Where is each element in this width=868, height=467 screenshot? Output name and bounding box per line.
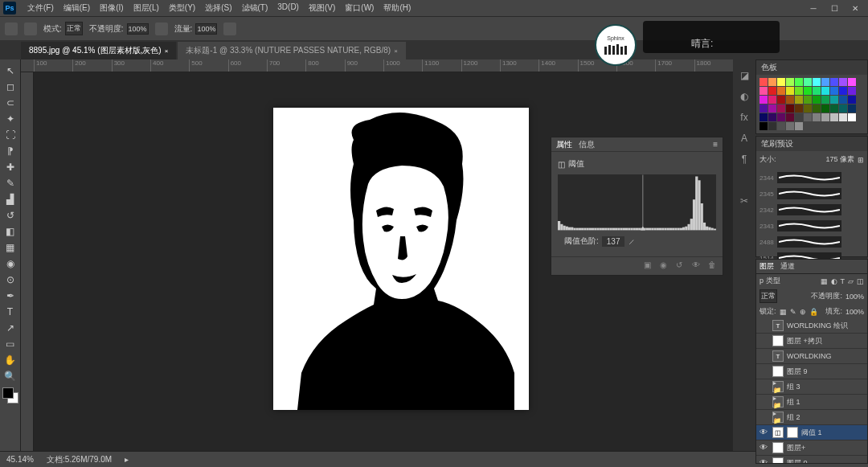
swatch[interactable] xyxy=(786,104,794,113)
threshold-slider-icon[interactable]: ⟋ xyxy=(628,237,636,246)
swatch[interactable] xyxy=(795,122,803,130)
view-icon[interactable]: 👁 xyxy=(692,260,703,272)
layers-tab[interactable]: 图层 xyxy=(760,261,774,272)
fill-value[interactable]: 100% xyxy=(845,308,864,316)
swatch[interactable] xyxy=(795,78,803,86)
airbrush-icon[interactable] xyxy=(223,23,236,35)
swatch[interactable] xyxy=(795,113,803,121)
menu-item[interactable]: 3D(D) xyxy=(272,1,304,15)
swatch[interactable] xyxy=(777,122,785,130)
marquee-tool[interactable]: ◻ xyxy=(2,79,19,95)
path-tool[interactable]: ↗ xyxy=(2,320,19,336)
type-tool[interactable]: T xyxy=(2,304,19,320)
swatch[interactable] xyxy=(786,122,794,130)
swatch[interactable] xyxy=(760,96,768,104)
delete-icon[interactable]: 🗑 xyxy=(708,260,719,272)
swatch[interactable] xyxy=(786,78,794,86)
brush-preset[interactable]: 2345 xyxy=(758,186,866,202)
mode-select[interactable]: 正常 xyxy=(65,22,83,35)
menu-item[interactable]: 窗口(W) xyxy=(340,1,379,15)
visibility-icon[interactable] xyxy=(760,336,769,346)
swatch[interactable] xyxy=(848,96,856,104)
swatch[interactable] xyxy=(839,87,847,95)
layer-row[interactable]: TWORLDKING 绘识 xyxy=(756,318,867,334)
crop-tool[interactable]: ⛶ xyxy=(2,127,19,143)
swatch[interactable] xyxy=(768,104,776,113)
close-tab-icon[interactable]: × xyxy=(165,47,169,55)
swatch[interactable] xyxy=(804,113,812,121)
history-brush-tool[interactable]: ↺ xyxy=(2,207,19,223)
close-tab-icon[interactable]: × xyxy=(394,47,398,55)
swatch[interactable] xyxy=(830,78,838,86)
swatch[interactable] xyxy=(786,96,794,104)
brush-picker-icon[interactable] xyxy=(24,23,37,35)
visibility-icon[interactable] xyxy=(760,397,769,407)
swatch[interactable] xyxy=(848,113,856,121)
panel-menu-icon[interactable]: ≡ xyxy=(713,140,718,149)
filter-pixel-icon[interactable]: ▦ xyxy=(821,277,828,285)
character-icon[interactable]: A xyxy=(736,130,752,146)
layer-row[interactable]: ▸📁组 2 xyxy=(756,410,867,425)
swatch[interactable] xyxy=(821,104,829,113)
menu-item[interactable]: 视图(V) xyxy=(304,1,340,15)
layer-row[interactable]: 👁◫阈值 1 xyxy=(756,425,867,440)
swatch[interactable] xyxy=(777,113,785,121)
tools-icon[interactable]: ✂ xyxy=(736,193,752,209)
swatch[interactable] xyxy=(760,122,768,130)
layer-row[interactable]: 图层 9 xyxy=(756,364,867,379)
visibility-icon[interactable] xyxy=(760,382,769,391)
layer-row[interactable]: 👁图层+ xyxy=(756,440,867,456)
opacity-input[interactable]: 100% xyxy=(127,23,149,35)
swatch[interactable] xyxy=(777,104,785,113)
foreground-color[interactable] xyxy=(2,387,14,399)
histogram-chart[interactable] xyxy=(558,174,716,231)
styles-icon[interactable]: fx xyxy=(736,109,752,125)
visibility-icon[interactable] xyxy=(760,351,769,361)
visibility-icon[interactable] xyxy=(760,367,769,376)
brush-size-value[interactable]: 175 像素 xyxy=(825,154,854,165)
flow-input[interactable]: 100% xyxy=(195,23,217,35)
swatch[interactable] xyxy=(821,78,829,86)
swatch[interactable] xyxy=(777,87,785,95)
tool-preset-icon[interactable] xyxy=(5,23,18,35)
layer-row[interactable]: 👁图层 0 xyxy=(756,456,867,463)
visibility-icon[interactable] xyxy=(760,321,769,330)
swatch[interactable] xyxy=(768,78,776,86)
brush-preset[interactable]: 2342 xyxy=(758,202,866,218)
swatch[interactable] xyxy=(777,78,785,86)
paragraph-icon[interactable]: ¶ xyxy=(736,151,752,167)
menu-item[interactable]: 编辑(E) xyxy=(59,1,95,15)
swatch[interactable] xyxy=(821,87,829,95)
swatch[interactable] xyxy=(804,104,812,113)
shape-tool[interactable]: ▭ xyxy=(2,336,19,352)
swatch[interactable] xyxy=(768,122,776,130)
pen-tool[interactable]: ✒ xyxy=(2,288,19,304)
layer-row[interactable]: 图层 +拷贝 xyxy=(756,334,867,349)
filter-shape-icon[interactable]: ▱ xyxy=(848,277,854,285)
visibility-icon[interactable]: 👁 xyxy=(760,458,769,463)
brush-preset[interactable]: 2344 xyxy=(758,170,866,186)
eraser-tool[interactable]: ◧ xyxy=(2,223,19,240)
lock-pixel-icon[interactable]: ✎ xyxy=(790,308,796,316)
swatch[interactable] xyxy=(848,78,856,86)
maximize-button[interactable]: ☐ xyxy=(825,2,844,14)
canvas[interactable] xyxy=(273,108,529,410)
swatch[interactable] xyxy=(839,96,847,104)
swatch[interactable] xyxy=(839,78,847,86)
swatch[interactable] xyxy=(813,113,821,121)
swatch[interactable] xyxy=(839,113,847,121)
swatch[interactable] xyxy=(821,113,829,121)
channels-tab[interactable]: 通道 xyxy=(780,261,795,272)
swatch[interactable] xyxy=(760,113,768,121)
swatch[interactable] xyxy=(830,113,838,121)
swatch[interactable] xyxy=(795,96,803,104)
threshold-value[interactable]: 137 xyxy=(602,236,625,247)
lasso-tool[interactable]: ⊂ xyxy=(2,95,19,111)
swatch[interactable] xyxy=(768,87,776,95)
swatch[interactable] xyxy=(813,87,821,95)
swatch[interactable] xyxy=(760,78,768,86)
filter-adjust-icon[interactable]: ◐ xyxy=(831,277,837,285)
menu-item[interactable]: 帮助(H) xyxy=(379,1,416,15)
adjustments-icon[interactable]: ◐ xyxy=(736,88,752,104)
swatch[interactable] xyxy=(804,78,812,86)
